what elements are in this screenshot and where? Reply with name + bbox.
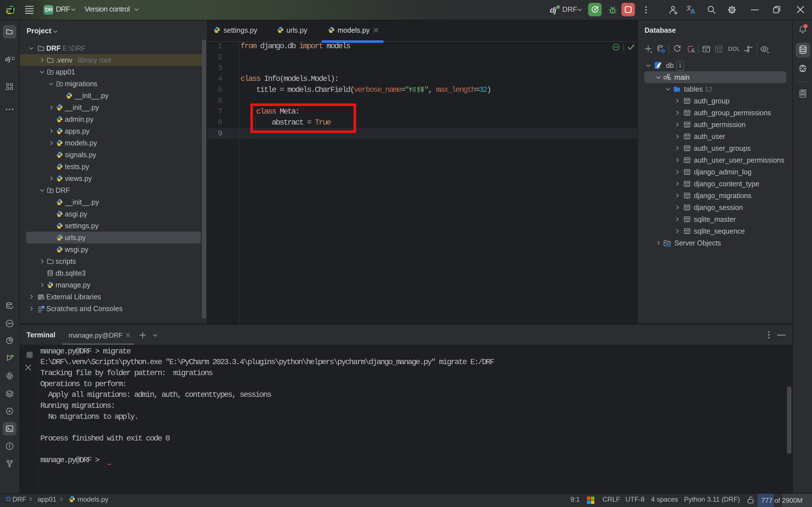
svg-text:A: A [691, 8, 695, 15]
svg-text:dj: dj [5, 56, 11, 63]
svg-text:A: A [802, 92, 804, 95]
svg-text:PC: PC [8, 8, 12, 11]
